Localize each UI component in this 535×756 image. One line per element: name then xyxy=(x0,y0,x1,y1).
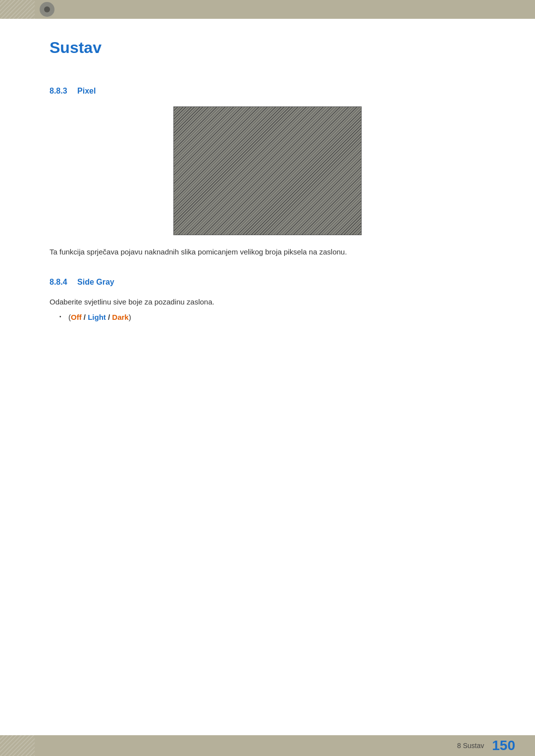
section-883-heading: 8.8.3 Pixel xyxy=(50,87,485,96)
option-suffix: ) xyxy=(129,313,131,321)
pixel-image-wrapper xyxy=(50,106,485,235)
section-884-number: 8.8.4 xyxy=(50,278,67,286)
option-slash-1: / xyxy=(82,313,88,321)
list-item-options: (Off / Light / Dark) xyxy=(59,313,485,321)
option-light: Light xyxy=(88,313,106,321)
page-title: Sustav xyxy=(50,39,485,57)
section-883-description: Ta funkcija sprječava pojavu naknadnih s… xyxy=(50,246,485,258)
bullet-list: (Off / Light / Dark) xyxy=(50,313,485,321)
footer-bar: 8 Sustav 150 xyxy=(0,735,535,756)
top-bar xyxy=(0,0,535,19)
footer-chapter-label: 8 Sustav xyxy=(457,742,484,750)
option-off: Off xyxy=(71,313,82,321)
section-884: 8.8.4 Side Gray Odaberite svjetlinu sive… xyxy=(50,278,485,321)
top-bar-stripe xyxy=(0,0,35,19)
page-content: Sustav 8.8.3 Pixel Ta funkcija sprječava… xyxy=(0,19,535,363)
top-bar-icon xyxy=(40,2,54,17)
section-883: 8.8.3 Pixel Ta funkcija sprječava pojavu… xyxy=(50,87,485,258)
option-slash-2: / xyxy=(106,313,112,321)
pixel-image xyxy=(173,106,362,235)
footer-stripe xyxy=(0,735,35,756)
section-884-heading: 8.8.4 Side Gray xyxy=(50,278,485,287)
section-884-description: Odaberite svjetlinu sive boje za pozadin… xyxy=(50,298,485,306)
footer-page-number: 150 xyxy=(492,738,515,754)
section-883-number: 8.8.3 xyxy=(50,87,67,95)
option-dark: Dark xyxy=(112,313,128,321)
section-883-title: Pixel xyxy=(77,87,96,95)
section-884-title: Side Gray xyxy=(77,278,114,286)
